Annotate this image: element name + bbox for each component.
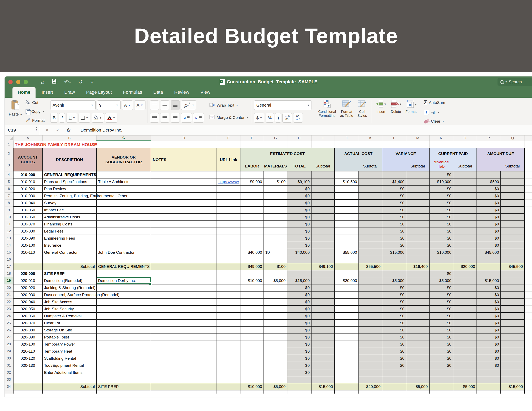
cell-K7[interactable] <box>359 192 382 200</box>
cell-C18[interactable] <box>96 270 151 277</box>
select-all-corner[interactable] <box>5 135 13 141</box>
cell-M35[interactable] <box>406 390 429 393</box>
cell-N33[interactable] <box>429 376 453 383</box>
cell-G23[interactable] <box>264 306 287 313</box>
cell-E28[interactable] <box>217 341 240 348</box>
cell-J20[interactable] <box>335 284 359 291</box>
cell-G20[interactable] <box>264 284 287 291</box>
decrease-indent-button[interactable]: ◀ <box>181 113 192 123</box>
cell-M14[interactable] <box>406 242 429 249</box>
cell-R31[interactable] <box>524 362 532 369</box>
cell-L18[interactable] <box>382 270 406 277</box>
cell-D1[interactable] <box>151 141 217 148</box>
cell-O10[interactable] <box>453 214 477 221</box>
cell-H5[interactable]: $9,100 <box>287 178 311 185</box>
cell-J30[interactable] <box>335 355 359 362</box>
cell-E13[interactable] <box>217 235 240 242</box>
cell-I32[interactable] <box>311 369 335 376</box>
cell-L7[interactable]: $0 <box>382 192 406 200</box>
delete-button[interactable]: ▼ Delete <box>388 99 403 124</box>
row-header-24[interactable]: 24 <box>5 313 13 320</box>
row-header-27[interactable]: 27 <box>5 334 13 341</box>
cell-R16[interactable] <box>524 256 532 263</box>
bold-button[interactable]: B <box>50 113 58 123</box>
cell-F20[interactable] <box>240 284 264 291</box>
cell-G4[interactable] <box>264 171 287 178</box>
cell-D35[interactable] <box>151 390 217 393</box>
cell-J9[interactable] <box>335 207 359 214</box>
cell-M10[interactable] <box>406 214 429 221</box>
cell-K15[interactable] <box>359 249 382 256</box>
cell-R33[interactable] <box>524 376 532 383</box>
cell-I9[interactable] <box>311 207 335 214</box>
cell-C6[interactable] <box>96 185 151 192</box>
cell-R1[interactable] <box>524 141 532 148</box>
cell-F24[interactable] <box>240 313 264 320</box>
cell-O27[interactable] <box>453 334 477 341</box>
cell-D6[interactable] <box>151 185 217 192</box>
row-header-23[interactable]: 23 <box>5 306 13 313</box>
cell-P16[interactable] <box>477 256 501 263</box>
cell-I33[interactable] <box>311 376 335 383</box>
cell-Q12[interactable] <box>501 228 524 235</box>
cell-I21[interactable] <box>311 291 335 298</box>
cell-R27[interactable] <box>524 334 532 341</box>
cell-C28[interactable] <box>96 341 151 348</box>
cell-Q35[interactable] <box>501 390 524 393</box>
cell-N8[interactable]: $0 <box>429 200 453 207</box>
cell-K20[interactable] <box>359 284 382 291</box>
column-header-B[interactable]: B <box>42 135 96 141</box>
cell-F35[interactable] <box>240 390 264 393</box>
cell-F8[interactable] <box>240 200 264 207</box>
cell-O22[interactable] <box>453 298 477 306</box>
cell-L27[interactable]: $0 <box>382 334 406 341</box>
cell-R26[interactable] <box>524 327 532 334</box>
cell-D34[interactable] <box>151 383 217 390</box>
cell-I11[interactable] <box>311 221 335 228</box>
decrease-decimal-button[interactable]: .00→.0 <box>293 113 303 123</box>
tab-home[interactable]: Home <box>12 87 36 98</box>
column-header-M[interactable]: M <box>406 135 429 141</box>
cell-D24[interactable] <box>151 313 217 320</box>
row-header-6[interactable]: 6 <box>5 185 13 192</box>
cell-M21[interactable] <box>406 291 429 298</box>
cell-E26[interactable] <box>217 327 240 334</box>
cell-O25[interactable] <box>453 320 477 327</box>
cell-R9[interactable] <box>524 207 532 214</box>
cell-C15[interactable]: John Doe Contractor <box>96 249 151 256</box>
cell-E33[interactable] <box>217 376 240 383</box>
cell-Q5[interactable] <box>501 178 524 185</box>
format-painter-button[interactable]: Format <box>24 117 46 124</box>
cell-M17[interactable]: $16,400 <box>406 263 429 270</box>
cell-A34[interactable] <box>13 383 42 390</box>
cell-G27[interactable] <box>264 334 287 341</box>
cell-I18[interactable] <box>311 270 335 277</box>
cell-D5[interactable] <box>151 178 217 185</box>
cell-H1[interactable] <box>287 141 311 148</box>
cell-J25[interactable] <box>335 320 359 327</box>
cell-G35[interactable] <box>264 390 287 393</box>
cell-Q24[interactable] <box>501 313 524 320</box>
cell-R19[interactable] <box>524 277 532 284</box>
cell-L9[interactable]: $0 <box>382 207 406 214</box>
cell-G15[interactable]: $0 <box>264 249 287 256</box>
cell-P31[interactable]: $0 <box>477 362 501 369</box>
cell-N13[interactable]: $0 <box>429 235 453 242</box>
row-header-18[interactable]: 18 <box>5 270 13 277</box>
cell-Q13[interactable] <box>501 235 524 242</box>
cell-Q15[interactable] <box>501 249 524 256</box>
cell-G19[interactable]: $5,000 <box>264 277 287 284</box>
cell-O14[interactable] <box>453 242 477 249</box>
cell-K30[interactable] <box>359 355 382 362</box>
customize-toolbar-icon[interactable]: ▼ <box>90 81 94 83</box>
cell-R8[interactable] <box>524 200 532 207</box>
tab-view[interactable]: View <box>195 87 215 98</box>
cell-K29[interactable] <box>359 348 382 355</box>
cell-A19[interactable]: 020-010 <box>13 277 42 284</box>
cell-R20[interactable] <box>524 284 532 291</box>
cell-D21[interactable] <box>151 291 217 298</box>
cell-P26[interactable]: $0 <box>477 327 501 334</box>
cell-P5[interactable]: $500 <box>477 178 501 185</box>
cell-J4[interactable] <box>335 171 359 178</box>
cell-L20[interactable]: $0 <box>382 284 406 291</box>
